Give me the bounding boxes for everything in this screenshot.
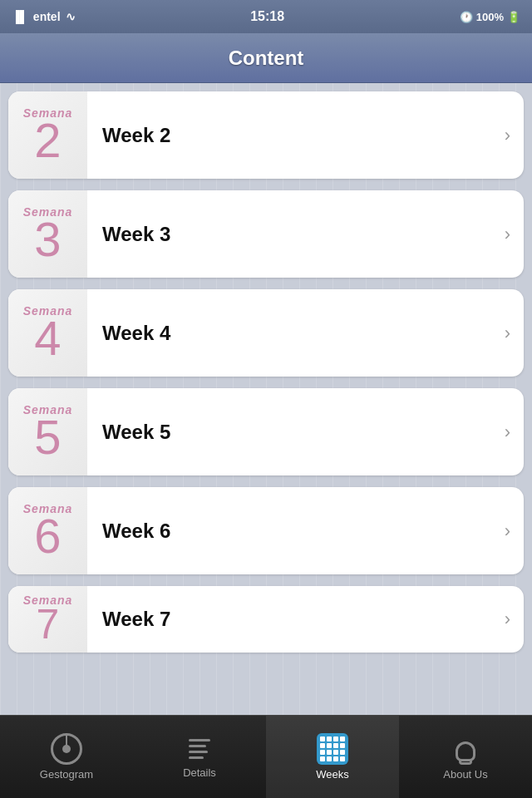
week-badge-5: Semana 5 <box>8 388 87 475</box>
week-row-7[interactable]: Semana 7 Week 7 › <box>8 586 524 653</box>
tab-gestogram[interactable]: Gestogram <box>0 716 133 798</box>
status-right: 🕐 100% 🔋 <box>460 11 520 23</box>
week-number-6: 6 <box>34 512 61 560</box>
week-title-6: Week 6 <box>87 520 505 543</box>
page-title: Content <box>229 47 304 70</box>
battery-percent: 100% <box>476 11 504 23</box>
week-badge-3: Semana 3 <box>8 190 87 278</box>
week-row-6[interactable]: Semana 6 Week 6 › <box>8 487 524 574</box>
gestogram-icon <box>51 733 82 765</box>
chevron-icon-7: › <box>505 608 510 630</box>
tab-gestogram-label: Gestogram <box>40 768 93 781</box>
week-badge-4: Semana 4 <box>8 289 87 377</box>
tab-weeks-label: Weeks <box>316 768 349 781</box>
weeks-icon <box>317 733 348 765</box>
battery-icon: 🔋 <box>507 11 520 23</box>
week-title-3: Week 3 <box>87 223 505 246</box>
week-row-3[interactable]: Semana 3 Week 3 › <box>8 190 524 278</box>
about-icon <box>451 733 480 765</box>
tab-bar: Gestogram Details Weeks About Us <box>0 715 532 798</box>
week-title-4: Week 4 <box>87 322 505 345</box>
week-number-3: 3 <box>34 215 61 264</box>
details-icon <box>185 735 214 763</box>
content-area: Semana 2 Week 2 › Semana 3 Week 3 › Sema… <box>0 83 532 732</box>
week-title-2: Week 2 <box>87 124 505 147</box>
week-row-4[interactable]: Semana 4 Week 4 › <box>8 289 524 377</box>
carrier-name: entel <box>33 10 61 23</box>
status-time: 15:18 <box>250 9 284 24</box>
week-badge-7: Semana 7 <box>8 586 87 653</box>
wifi-icon: ∿ <box>66 10 76 23</box>
chevron-icon-5: › <box>505 421 510 443</box>
signal-icon: ▐▌ <box>12 10 28 23</box>
chevron-icon-3: › <box>505 224 510 245</box>
week-row-5[interactable]: Semana 5 Week 5 › <box>8 388 524 475</box>
status-left: ▐▌ entel ∿ <box>12 10 76 23</box>
chevron-icon-6: › <box>505 520 510 542</box>
nav-bar: Content <box>0 33 532 83</box>
week-number-2: 2 <box>34 116 61 165</box>
week-number-5: 5 <box>34 413 61 461</box>
week-title-5: Week 5 <box>87 421 505 444</box>
week-badge-6: Semana 6 <box>8 487 87 574</box>
week-number-7: 7 <box>37 603 60 645</box>
tab-weeks[interactable]: Weeks <box>266 716 399 798</box>
status-bar: ▐▌ entel ∿ 15:18 🕐 100% 🔋 <box>0 0 532 33</box>
week-row-2[interactable]: Semana 2 Week 2 › <box>8 91 524 179</box>
tab-about-label: About Us <box>443 768 487 781</box>
week-number-4: 4 <box>34 314 61 362</box>
week-title-7: Week 7 <box>87 608 505 631</box>
tab-about[interactable]: About Us <box>399 716 532 798</box>
chevron-icon-4: › <box>505 323 510 344</box>
tab-details[interactable]: Details <box>133 716 266 798</box>
clock-icon: 🕐 <box>460 11 473 23</box>
week-badge-2: Semana 2 <box>8 91 87 179</box>
chevron-icon-2: › <box>505 125 510 146</box>
tab-details-label: Details <box>183 766 216 779</box>
